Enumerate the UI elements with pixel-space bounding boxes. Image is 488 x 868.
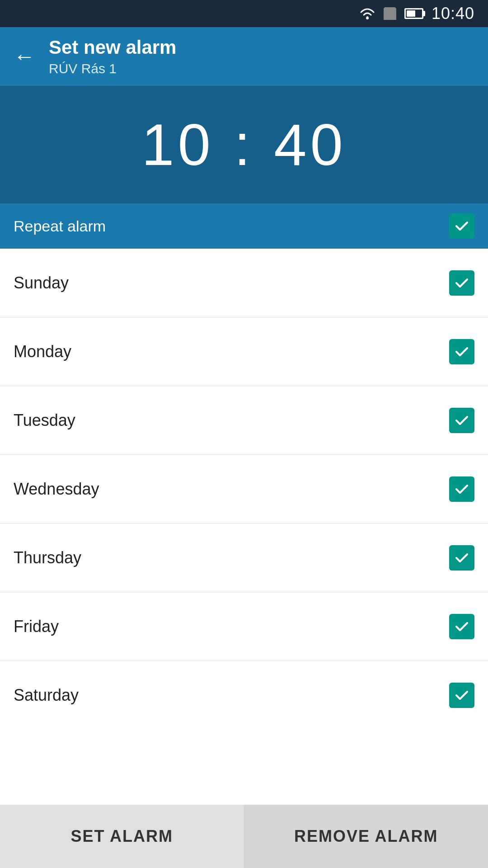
checkmark-icon: [454, 481, 470, 497]
day-checkbox-saturday[interactable]: [449, 683, 474, 708]
day-label-saturday: Saturday: [14, 686, 79, 705]
checkmark-icon: [454, 618, 470, 635]
day-label-wednesday: Wednesday: [14, 480, 99, 499]
back-button[interactable]: ←: [14, 46, 35, 67]
checkmark-icon: [454, 687, 470, 703]
day-checkbox-friday[interactable]: [449, 614, 474, 639]
day-row-monday[interactable]: Monday: [0, 317, 488, 386]
repeat-alarm-label: Repeat alarm: [14, 217, 106, 235]
status-icons: 10:40: [359, 4, 474, 23]
app-bar-subtitle: RÚV Rás 1: [49, 61, 176, 76]
days-list-container: Sunday Monday Tuesday Wednesday Thursday…: [0, 249, 488, 805]
day-label-thursday: Thursday: [14, 548, 81, 567]
day-row-tuesday[interactable]: Tuesday: [0, 386, 488, 455]
day-label-monday: Monday: [14, 342, 71, 361]
battery-fill: [407, 10, 415, 17]
app-bar-titles: Set new alarm RÚV Rás 1: [49, 37, 176, 76]
repeat-alarm-checkbox[interactable]: [449, 213, 474, 239]
status-time: 10:40: [432, 4, 474, 23]
set-alarm-button[interactable]: SET ALARM: [0, 805, 244, 868]
app-bar: ← Set new alarm RÚV Rás 1: [0, 27, 488, 86]
day-checkbox-thursday[interactable]: [449, 545, 474, 571]
wifi-icon: [359, 7, 375, 20]
day-row-thursday[interactable]: Thursday: [0, 524, 488, 592]
checkmark-icon: [454, 344, 470, 360]
day-label-friday: Friday: [14, 617, 59, 636]
checkmark-icon: [454, 218, 470, 234]
svg-point-0: [366, 17, 369, 19]
day-checkbox-tuesday[interactable]: [449, 408, 474, 433]
day-row-sunday[interactable]: Sunday: [0, 249, 488, 317]
battery-icon: [404, 8, 423, 19]
checkmark-icon: [454, 275, 470, 291]
time-display-area: 10 : 40: [0, 86, 488, 203]
sim-icon: [384, 7, 396, 20]
status-bar: 10:40: [0, 0, 488, 27]
day-checkbox-wednesday[interactable]: [449, 476, 474, 502]
day-label-sunday: Sunday: [14, 274, 69, 292]
day-checkbox-sunday[interactable]: [449, 270, 474, 296]
checkmark-icon: [454, 550, 470, 566]
day-row-saturday[interactable]: Saturday: [0, 661, 488, 730]
bottom-buttons: SET ALARM REMOVE ALARM: [0, 805, 488, 868]
days-list: Sunday Monday Tuesday Wednesday Thursday…: [0, 249, 488, 730]
day-row-friday[interactable]: Friday: [0, 592, 488, 661]
remove-alarm-button[interactable]: REMOVE ALARM: [244, 805, 488, 868]
checkmark-icon: [454, 412, 470, 429]
day-checkbox-monday[interactable]: [449, 339, 474, 364]
time-display: 10 : 40: [141, 111, 347, 179]
repeat-alarm-row: Repeat alarm: [0, 203, 488, 249]
day-label-tuesday: Tuesday: [14, 411, 75, 430]
day-row-wednesday[interactable]: Wednesday: [0, 455, 488, 524]
app-bar-title: Set new alarm: [49, 37, 176, 58]
